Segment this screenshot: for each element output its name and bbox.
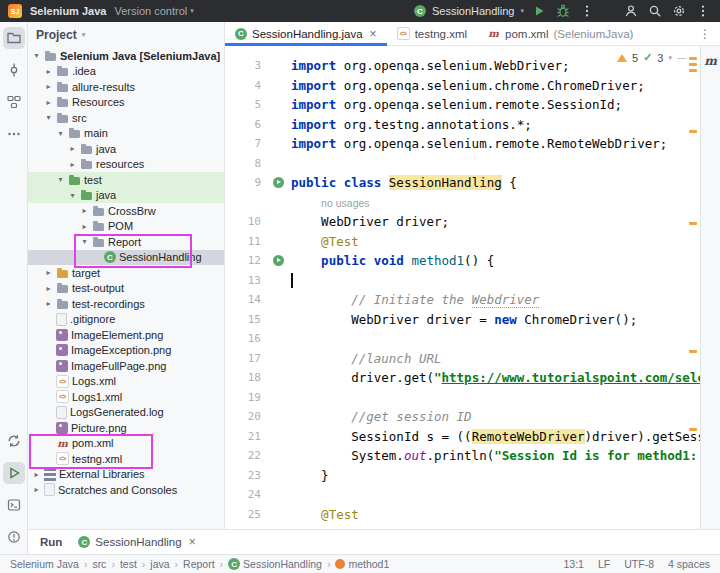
breadcrumb-sessionhandling[interactable]: CSessionHandling	[228, 558, 322, 570]
search-icon[interactable]	[646, 2, 664, 20]
tree-item-imageexception-png[interactable]: ImageException.png	[28, 343, 224, 359]
user-icon[interactable]	[622, 2, 640, 20]
vcs-widget[interactable]: Version control ▾	[114, 5, 193, 17]
tree-item-testng-xml[interactable]: <>testng.xml	[28, 451, 224, 467]
project-name-button[interactable]: Selenium Java	[30, 5, 106, 17]
run-panel-tab[interactable]: C SessionHandling ×	[78, 535, 195, 549]
tree-chevron-icon[interactable]: ▸	[44, 299, 53, 308]
run-test-gutter-icon[interactable]	[273, 255, 284, 266]
tree-chevron-icon[interactable]: ▸	[44, 98, 53, 107]
tree-chevron-icon[interactable]: ▸	[44, 67, 53, 76]
run-test-gutter-icon[interactable]	[273, 177, 284, 188]
run-button[interactable]	[530, 2, 548, 20]
tree-item-pom[interactable]: ▸POM	[28, 219, 224, 235]
editor-code[interactable]: 3import org.openqa.selenium.WebDriver;4i…	[225, 46, 700, 529]
tree-item-test-recordings[interactable]: ▸test-recordings	[28, 296, 224, 312]
tree-item-java[interactable]: ▸java	[28, 141, 224, 157]
breadcrumb-test[interactable]: test	[120, 558, 137, 570]
status-utf-8[interactable]: UTF-8	[624, 558, 654, 570]
tree-item-gitignore[interactable]: .gitignore	[28, 312, 224, 328]
tree-item-logs1-xml[interactable]: <>Logs1.xml	[28, 389, 224, 405]
breadcrumb-selenium-java[interactable]: Selenium Java	[10, 558, 79, 570]
tree-item-test[interactable]: ▾test	[28, 172, 224, 188]
tree-chevron-icon[interactable]: ▸	[44, 284, 53, 293]
breadcrumb-java[interactable]: java	[150, 558, 169, 570]
tree-item-resources[interactable]: ▸resources	[28, 157, 224, 173]
tree-item-crossbrw[interactable]: ▸CrossBrw	[28, 203, 224, 219]
xml-icon: <>	[397, 27, 410, 40]
tree-item-logs-xml[interactable]: <>Logs.xml	[28, 374, 224, 390]
tree-chevron-icon[interactable]: ▾	[44, 113, 53, 122]
tree-item-sessionhandling[interactable]: CSessionHandling	[28, 250, 224, 266]
tree-chevron-icon[interactable]: ▸	[80, 222, 89, 231]
tree-item-logsgenerated-log[interactable]: LogsGenerated.log	[28, 405, 224, 421]
editor-tab-sessionhandling-java[interactable]: CSessionHandling.java×	[225, 22, 387, 45]
tree-item-selenium-java-seleniumjava[interactable]: ▾Selenium Java [SeleniumJava]~/IdeaProj	[28, 48, 224, 64]
tree-item-imageelement-png[interactable]: ImageElement.png	[28, 327, 224, 343]
run-panel-title[interactable]: Run	[40, 536, 62, 548]
tree-chevron-icon[interactable]: ▾	[56, 129, 65, 138]
tree-chevron-icon[interactable]: ▾	[80, 237, 89, 246]
hide-inspections-icon[interactable]: —	[677, 53, 686, 63]
chevron-down-icon[interactable]: ▾	[668, 54, 672, 62]
tree-chevron-icon[interactable]: ▸	[32, 470, 41, 479]
tree-item-report[interactable]: ▾Report	[28, 234, 224, 250]
debug-button[interactable]	[554, 2, 572, 20]
tree-chevron-icon[interactable]: ▾	[32, 51, 41, 60]
run-config-name[interactable]: SessionHandling	[432, 5, 515, 17]
project-logo[interactable]: SJ	[8, 4, 22, 18]
tree-chevron-icon[interactable]: ▸	[68, 160, 77, 169]
tree-item-label: test-output	[72, 282, 124, 294]
status-4-spaces[interactable]: 4 spaces	[668, 558, 710, 570]
breadcrumb-src[interactable]: src	[92, 558, 106, 570]
tree-item-imagefullpage-png[interactable]: ImageFullPage.png	[28, 358, 224, 374]
inspections-widget[interactable]: 5 ✓ 3 ▾ —	[613, 50, 690, 65]
commit-tool-icon[interactable]	[3, 59, 25, 81]
chevron-down-icon[interactable]: ▾	[520, 7, 524, 15]
tree-chevron-icon[interactable]: ▸	[44, 82, 53, 91]
tree-item-external-libraries[interactable]: ▸External Libraries	[28, 467, 224, 483]
services-tool-icon[interactable]	[3, 430, 25, 452]
breadcrumb-method1[interactable]: method1	[335, 558, 389, 570]
tree-item-label: SessionHandling	[119, 251, 202, 263]
project-tool-icon[interactable]	[3, 27, 25, 49]
gear-icon[interactable]	[670, 2, 688, 20]
tree-item-main[interactable]: ▾main	[28, 126, 224, 142]
structure-tool-icon[interactable]	[3, 91, 25, 113]
tree-item-picture-png[interactable]: Picture.png	[28, 420, 224, 436]
maven-tool-icon[interactable]: m	[704, 54, 717, 68]
line-number: 3	[225, 56, 265, 76]
tree-item-java[interactable]: ▾java	[28, 188, 224, 204]
tree-chevron-icon[interactable]: ▾	[68, 191, 77, 200]
tree-chevron-icon[interactable]: ▸	[44, 268, 53, 277]
tree-item-allure-results[interactable]: ▸allure-results	[28, 79, 224, 95]
status-lf[interactable]: LF	[598, 558, 610, 570]
terminal-tool-icon[interactable]	[3, 494, 25, 516]
tree-chevron-icon[interactable]: ▸	[68, 144, 77, 153]
xml-icon: <>	[56, 452, 69, 465]
more-vertical-icon[interactable]	[694, 2, 712, 20]
editor-tab-testng-xml[interactable]: <>testng.xml	[387, 22, 477, 45]
close-icon[interactable]: ×	[189, 535, 196, 549]
tree-item-scratches-and-consoles[interactable]: ▸Scratches and Consoles	[28, 482, 224, 498]
tree-item-idea[interactable]: ▸.idea	[28, 64, 224, 80]
status-13-1[interactable]: 13:1	[564, 558, 584, 570]
tree-item-target[interactable]: ▸target	[28, 265, 224, 281]
tree-item-resources[interactable]: ▸Resources	[28, 95, 224, 111]
project-panel-header[interactable]: Project ▾	[28, 22, 224, 48]
close-icon[interactable]: ×	[370, 27, 377, 41]
tree-item-src[interactable]: ▾src	[28, 110, 224, 126]
more-tools-icon[interactable]	[3, 123, 25, 145]
chevron-down-icon: ▾	[82, 31, 86, 39]
tree-item-pom-xml[interactable]: mpom.xml	[28, 436, 224, 452]
breadcrumb-report[interactable]: Report	[183, 558, 215, 570]
problems-tool-icon[interactable]	[3, 526, 25, 548]
tree-item-test-output[interactable]: ▸test-output	[28, 281, 224, 297]
tab-options-icon[interactable]: ⋮	[690, 22, 720, 45]
editor-tab-pom-xml[interactable]: mpom.xml(SeleniumJava)	[477, 22, 643, 45]
run-tool-icon[interactable]	[3, 462, 25, 484]
tree-chevron-icon[interactable]: ▸	[80, 206, 89, 215]
tree-chevron-icon[interactable]: ▸	[32, 485, 41, 494]
more-runs-button[interactable]	[578, 2, 596, 20]
tree-chevron-icon[interactable]: ▾	[56, 175, 65, 184]
